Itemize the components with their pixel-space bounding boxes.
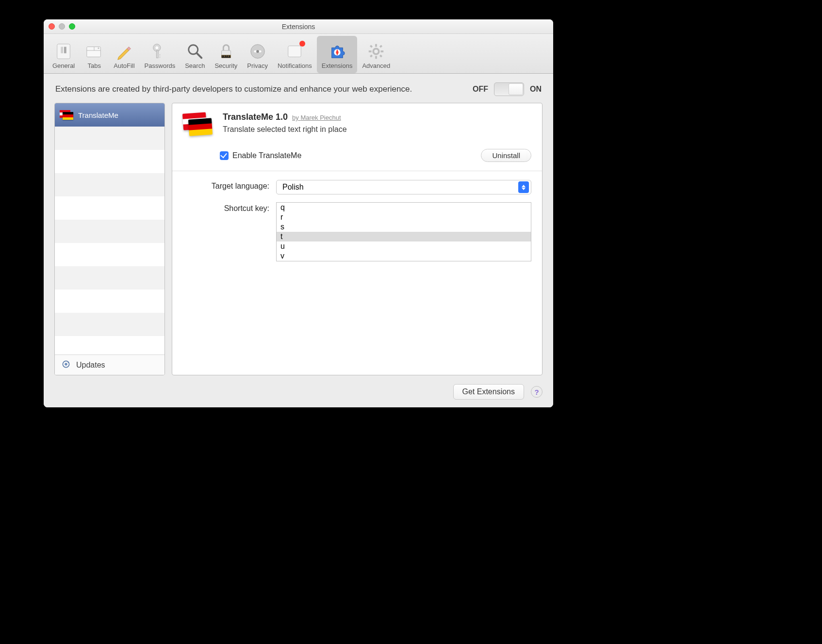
sidebar-updates[interactable]: Updates [55,354,164,375]
svg-rect-26 [375,56,377,59]
close-button[interactable] [49,23,55,30]
extension-logo-icon [183,112,214,138]
shortcut-option[interactable]: q [277,203,531,212]
shortcut-key-label: Shortcut key: [183,202,269,213]
extensions-sidebar: TranslateMe Updates [54,103,165,375]
svg-rect-25 [375,44,377,47]
toolbar-label: Advanced [362,62,390,69]
tabs-icon: + [84,42,104,61]
svg-rect-21 [288,46,301,57]
svg-rect-11 [159,56,161,58]
extension-version: 1.0 [276,112,288,122]
window-title: Extensions [44,19,553,34]
toolbar-item-security[interactable]: Security [210,36,242,73]
privacy-icon [248,42,267,61]
sidebar-item-label: TranslateMe [78,111,118,119]
svg-rect-32 [370,54,373,57]
svg-rect-31 [379,45,382,48]
search-icon [185,42,205,61]
master-toggle[interactable] [494,82,524,96]
toggle-off-label: OFF [473,85,488,94]
toolbar-label: Notifications [278,62,312,69]
svg-rect-0 [57,44,70,59]
toolbar-label: Passwords [145,62,176,69]
zoom-button[interactable] [69,23,75,30]
toolbar-item-search[interactable]: Search [180,36,210,73]
toolbar-item-privacy[interactable]: Privacy [242,36,273,73]
toolbar-item-autofill[interactable]: AutoFill [109,36,139,73]
toolbar-item-general[interactable]: General [48,36,80,73]
enable-checkbox-row[interactable]: Enable TranslateMe [220,151,301,160]
extension-author-link[interactable]: by Marek Piechut [292,114,341,121]
toolbar-label: General [52,62,75,69]
shortcut-option[interactable]: s [277,222,531,232]
shortcut-key-list[interactable]: qrstuv [276,202,531,261]
toolbar-label: Search [185,62,205,69]
svg-rect-16 [221,55,230,58]
preferences-window: Extensions General + Tabs AutoFill Passw… [44,19,553,407]
shortcut-option[interactable]: t [277,232,531,242]
target-language-select[interactable]: Polish [276,180,531,194]
toolbar-label: AutoFill [114,62,134,69]
target-language-label: Target language: [183,180,269,191]
svg-rect-9 [157,50,159,58]
footer: Get Extensions ? [44,379,553,407]
toolbar-item-advanced[interactable]: Advanced [357,36,395,73]
toolbar-label: Privacy [247,62,268,69]
general-icon [54,42,73,61]
master-toggle-row: OFF ON [473,82,542,96]
svg-rect-30 [379,54,382,57]
svg-line-13 [197,53,202,58]
svg-point-20 [256,50,259,53]
get-extensions-button[interactable]: Get Extensions [453,384,525,400]
svg-rect-2 [64,47,66,53]
checkbox-icon [220,151,229,160]
shortcut-option[interactable]: u [277,242,531,251]
enable-label: Enable TranslateMe [232,151,301,160]
select-arrows-icon [518,181,529,193]
autofill-icon [115,42,134,61]
target-language-value: Polish [282,183,304,192]
toolbar-item-extensions[interactable]: Extensions [317,36,358,73]
notifications-icon [285,42,304,61]
preferences-toolbar: General + Tabs AutoFill Passwords Search [44,34,553,74]
sidebar-item-translateme[interactable]: TranslateMe [55,103,164,127]
content-area: Extensions are created by third-party de… [44,74,553,407]
help-button[interactable]: ? [531,386,543,398]
lock-icon [216,42,236,61]
extension-name: TranslateMe [223,112,273,122]
svg-rect-29 [370,45,373,48]
intro-text: Extensions are created by third-party de… [55,84,463,95]
extension-description: Translate selected text right in place [223,125,531,134]
svg-point-33 [374,49,378,53]
toggle-on-label: ON [530,85,542,94]
svg-rect-28 [381,50,384,52]
shortcut-option[interactable]: r [277,212,531,222]
titlebar: Extensions [44,19,553,34]
refresh-icon [61,359,71,371]
extension-title-line: TranslateMe 1.0 by Marek Piechut [223,112,531,122]
updates-label: Updates [76,361,105,370]
svg-text:+: + [98,46,100,50]
gear-icon [366,42,386,61]
toolbar-label: Tabs [88,62,101,69]
shortcut-option[interactable]: v [277,251,531,261]
window-controls [49,23,75,30]
toolbar-label: Security [214,62,237,69]
flags-icon [60,110,73,120]
toolbar-item-notifications[interactable]: Notifications [273,36,317,73]
svg-rect-27 [369,50,372,52]
toolbar-item-passwords[interactable]: Passwords [140,36,181,73]
notification-badge-icon [299,41,305,47]
sidebar-list: TranslateMe [55,103,164,354]
svg-point-35 [65,363,67,366]
extensions-icon [328,42,347,61]
extension-detail: TranslateMe 1.0 by Marek Piechut Transla… [172,103,543,375]
key-icon [150,42,169,61]
svg-point-8 [156,47,159,49]
svg-rect-10 [159,54,161,56]
minimize-button[interactable] [59,23,65,30]
toolbar-item-tabs[interactable]: + Tabs [80,36,109,73]
toolbar-label: Extensions [322,62,353,69]
uninstall-button[interactable]: Uninstall [481,149,531,162]
